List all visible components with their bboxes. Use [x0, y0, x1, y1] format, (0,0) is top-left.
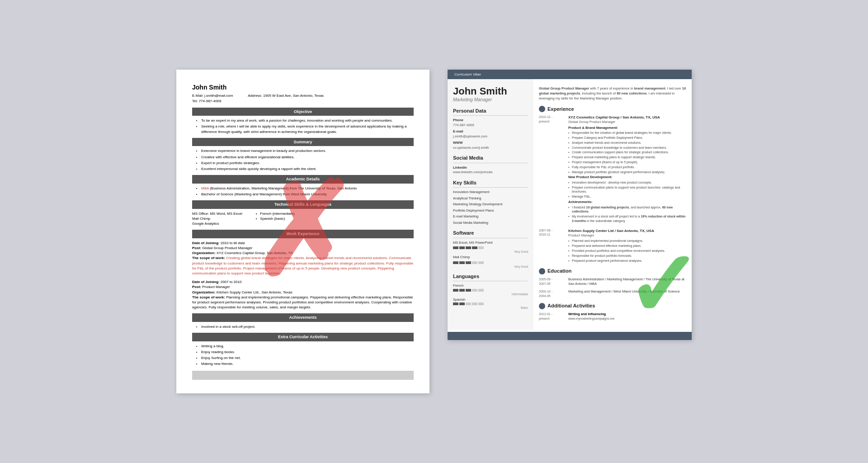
summary-list: Extensive experience in brand management… [192, 148, 414, 171]
intro-text: Global Group Product Manager with 7 year… [539, 86, 686, 101]
exp-b12: Manage P&L. [568, 194, 686, 199]
www-label: WWW [453, 141, 528, 146]
personal-data-header: Personal Data [453, 108, 528, 116]
main-area: John Smith Marketing Manager Personal Da… [448, 79, 692, 330]
edu-content-2: Marketing and Management / West Miami Un… [568, 289, 686, 294]
left-bottom-bar [192, 371, 414, 380]
exp-b22: Provided product portfolios and competit… [568, 249, 686, 253]
work-entry-2: Date of Joining: 2007 to 2010 Post: Prod… [192, 279, 414, 310]
achievements-list: Involved in a stock sell-off project. [192, 324, 414, 329]
exp-b6: Prepare annual marketing plans to suppor… [568, 155, 686, 160]
add-val-1: www.mymarketingcampaigns.me [568, 317, 686, 321]
exp-b5: Create communication support plans for s… [568, 150, 686, 155]
experience-header: Experience [547, 106, 574, 113]
lang-2: Spanish [453, 298, 528, 302]
education-header: Education [547, 268, 571, 274]
academic-list: MBA (Business Administration, Marketing … [192, 186, 414, 197]
exp-dates-1: 2010-12 -present [539, 115, 566, 124]
sw-2-label: Very Good [453, 265, 528, 269]
edu-content-1: Business Administration / Marketing Mana… [568, 277, 686, 287]
exp-b11: Prepare communication plans to support n… [568, 185, 686, 194]
objective-list: To be an expert in my area of work, with… [192, 118, 414, 134]
social-media-header: Social Media [453, 155, 528, 163]
linkedin-value: www.linkedin.com/johnutw [453, 170, 528, 175]
additional-header: Additional Activities [547, 302, 595, 309]
lang-2-label: Basic [453, 306, 528, 310]
sw-1-label: Very Good [453, 250, 528, 254]
cv-banner: Curriculum Vitae [448, 70, 692, 79]
academic-header: Academic Details [192, 175, 414, 184]
left-name: John Smith [192, 83, 414, 92]
add-title-1: Writing and Influencing [568, 312, 686, 317]
add-content-1: Writing and Influencing www.mymarketingc… [568, 312, 686, 321]
exp-dates-2: 2007-09 -2010-11 [539, 228, 566, 237]
additional-section: Additional Activities [539, 302, 686, 309]
edu-entry-2: 2000-10 -2004-05 Marketing and Managemen… [539, 289, 686, 298]
edu-text-1: Business Administration / Marketing Mana… [568, 277, 686, 287]
email-value: j.smith@uptowork.com [453, 134, 528, 139]
work-entry-1: Date of Joining: 2010 to till date Post:… [192, 241, 414, 276]
sw-1-bar [453, 246, 528, 249]
left-sidebar: John Smith Marketing Manager Personal Da… [448, 79, 533, 330]
achievements-header: Achievements [192, 313, 414, 322]
www-value: cv.uptowork.com/j.smith [453, 146, 528, 151]
resume-left: ✗ John Smith E-Mail: j.smith@mail.com Ad… [176, 70, 429, 394]
lang-1-bar [453, 289, 528, 292]
lang-1: French [453, 283, 528, 288]
exp-b4: Communicate product knowledge to custome… [568, 146, 686, 150]
exp-b8: Fully responsible for P&L of product por… [568, 165, 686, 170]
extra-list: Writing a blog. Enjoy reading books. Enj… [192, 344, 414, 367]
exp-role-2: Product Manager [568, 233, 686, 238]
skill-1: Innovation Management [453, 190, 528, 195]
exp-entry-2: 2007-09 -2010-11 Kitchen Supply Center L… [539, 228, 686, 264]
exp-b10: Innovation development - develop new pro… [568, 180, 686, 185]
exp-b2: Prepare Category and Portfolio Deploymen… [568, 136, 686, 140]
exp-b23: Responsible for product portfolio foreca… [568, 254, 686, 258]
skills-row: MS Office: MS Word, MS Excel Mail Chimp … [192, 211, 414, 227]
exp-b7: Project management (teams of up to 5 peo… [568, 160, 686, 165]
exp-b1: Responsible for the creation of global b… [568, 131, 686, 135]
work-header: Work Experience [192, 230, 414, 238]
exp-content-2: Kitchen Supply Center Ltd / San Antonio,… [568, 228, 686, 263]
lang-1-label: Intermediate [453, 292, 528, 296]
extra-header: Extra Curricular Activities [192, 333, 414, 341]
exp-b21: Prepared and delivered effective marketi… [568, 244, 686, 248]
languages-header: Languages [453, 273, 528, 281]
additional-dot [539, 303, 545, 309]
skill-5: E-mail Marketing [453, 214, 528, 219]
exp-company-1: XYZ Cosmetics Capital Group / San Antoni… [568, 115, 686, 120]
exp-sub-1: Product & Brand Management: [568, 126, 686, 131]
exp-b3: Analyze market trends and recommend solu… [568, 141, 686, 145]
skill-2: Analytical Thinking [453, 196, 528, 201]
objective-header: Objective [192, 108, 414, 116]
phone-value: 774-987-4009 [453, 123, 528, 128]
right-content: Global Group Product Manager with 7 year… [533, 79, 692, 330]
experience-section: Experience [539, 106, 686, 113]
sw-2-bar [453, 261, 528, 264]
add-dates-1: 2012-01 -present [539, 312, 566, 321]
education-dot [539, 268, 545, 274]
skill-3: Marketing Strategy Development [453, 202, 528, 207]
right-name: John Smith [453, 86, 528, 97]
linkedin-label: LinkedIn [453, 165, 528, 170]
sw-2: Mail Chimp [453, 255, 528, 260]
exp-b14: My involvement in a stock sell-off proje… [568, 214, 686, 223]
exp-sub-3: Achievements: [568, 200, 686, 205]
edu-text-2: Marketing and Management / West Miami Un… [568, 289, 686, 294]
exp-b9: Manage product portfolio (product segmen… [568, 170, 686, 175]
lang-2-bar [453, 302, 528, 305]
add-entry-1: 2012-01 -present Writing and Influencing… [539, 312, 686, 321]
right-title: Marketing Manager [453, 97, 528, 103]
exp-b13: I finalized 10 global marketing projects… [568, 205, 686, 214]
sw-1: MS Excel, MS PowerPoint [453, 241, 528, 246]
exp-sub-2: New Product Development: [568, 175, 686, 180]
right-bottom-bar [448, 332, 692, 340]
left-email: E-Mail: j.smith@mail.com Address: 1905 W… [192, 93, 414, 98]
exp-b20: Planned and implemented promotional camp… [568, 239, 686, 243]
left-tel: Tel: 774-987-4009 [192, 99, 414, 104]
software-header: Software [453, 230, 528, 238]
phone-label: Phone [453, 118, 528, 123]
exp-content-1: XYZ Cosmetics Capital Group / San Antoni… [568, 115, 686, 223]
edu-dates-2: 2000-10 -2004-05 [539, 289, 566, 298]
exp-role-1: Global Group Product Manager [568, 120, 686, 125]
